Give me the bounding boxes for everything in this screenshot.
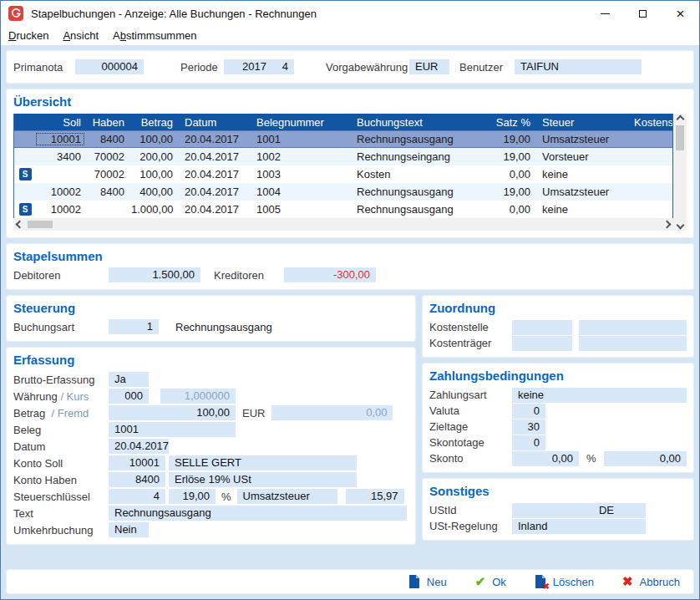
konto-haben-name-field[interactable]: Erlöse 19% USt <box>169 472 357 487</box>
text-field[interactable]: Rechnungsausgang <box>109 506 407 521</box>
konto-soll-field[interactable]: 10001 <box>109 455 165 470</box>
minimize-icon <box>601 13 610 14</box>
cell-beleg: 1003 <box>248 168 348 181</box>
column-header-beleg[interactable]: Belegnummer <box>248 116 348 129</box>
zieltage-field[interactable]: 30 <box>512 419 545 435</box>
horizontal-scrollbar[interactable] <box>13 218 673 231</box>
skonto-betrag-field[interactable]: 0,00 <box>604 451 687 466</box>
scroll-up-icon[interactable] <box>676 115 684 124</box>
uebersicht-title: Übersicht <box>13 95 687 109</box>
vorgabewaehrung-label: Vorgabewährung <box>326 61 409 74</box>
zuordnung-panel: Zuordnung Kostenstelle Kostenträger <box>422 295 694 358</box>
ust-regelung-field[interactable]: Inland <box>512 519 646 534</box>
debitoren-field[interactable]: 1.500,00 <box>109 267 200 282</box>
menu-item-abstimmsummen[interactable]: Abstimmsummen <box>113 29 196 42</box>
text-label: Text <box>13 507 109 520</box>
erfassung-title: Erfassung <box>13 353 408 367</box>
minimize-button[interactable] <box>586 1 624 26</box>
waehrung-field[interactable]: 000 <box>109 389 149 404</box>
zahlungsart-field[interactable]: keine <box>512 388 687 403</box>
cell-datum: 20.04.2017 <box>176 168 248 181</box>
benutzer-field[interactable]: TAIFUN <box>515 59 642 74</box>
cell-datum: 20.04.2017 <box>176 133 248 145</box>
abbruch-button[interactable]: ✖ Abbruch <box>622 574 680 589</box>
vertical-scrollbar[interactable] <box>673 114 687 231</box>
cell-beleg: 1005 <box>248 203 348 216</box>
ustid-field[interactable]: DE <box>512 503 646 518</box>
column-header-text[interactable]: Buchungstext <box>348 116 490 129</box>
skonto-prozent-label: % <box>586 452 596 465</box>
valuta-field[interactable]: 0 <box>512 404 545 419</box>
menu-item-drucken[interactable]: Drucken <box>8 29 48 42</box>
vertical-scroll-thumb[interactable] <box>676 125 684 150</box>
scroll-down-icon[interactable] <box>676 221 684 230</box>
ok-button[interactable]: ✔ Ok <box>475 574 506 589</box>
menu-item-ansicht[interactable]: Ansicht <box>63 29 99 42</box>
betrag-label: Betrag <box>13 407 45 419</box>
fremd-field[interactable]: 0,00 <box>271 405 393 420</box>
kreditoren-label: Kreditoren <box>214 269 284 282</box>
table-row[interactable]: 100028400400,0020.04.20171004Rechnungsau… <box>14 183 672 201</box>
cell-beleg: 1004 <box>248 186 348 198</box>
maximize-button[interactable] <box>624 1 662 26</box>
steuer-betrag-field[interactable]: 15,97 <box>346 489 404 504</box>
storno-icon: S <box>19 203 32 216</box>
skonto-prozent-field[interactable]: 0,00 <box>512 451 579 466</box>
umkehrbuchung-field[interactable]: Nein <box>109 522 149 537</box>
kostentraeger-name-field[interactable] <box>579 336 687 351</box>
kurs-field[interactable]: 1,000000 <box>160 389 236 404</box>
kostenstelle-name-field[interactable] <box>579 320 687 335</box>
column-header-kostenstelle[interactable]: Kostenstel <box>626 116 672 129</box>
datum-field[interactable]: 20.04.2017 <box>109 439 169 454</box>
kreditoren-field[interactable]: -300,00 <box>284 267 376 282</box>
betrag-field[interactable]: 100,00 <box>109 405 236 420</box>
cell-text: Rechnungseingang <box>348 150 490 163</box>
debitoren-label: Debitoren <box>13 269 109 282</box>
table-row[interactable]: 340070002200,0020.04.20171002Rechnungsei… <box>14 148 672 165</box>
scroll-right-icon[interactable] <box>663 221 672 229</box>
steuer-name-field[interactable]: Umsatzsteuer <box>237 489 337 504</box>
close-button[interactable]: × <box>662 1 699 26</box>
table-row[interactable]: S70002100,0020.04.20171003Kosten0,00kein… <box>14 165 672 183</box>
kostenstelle-field[interactable] <box>512 320 572 335</box>
steuerschluessel-field[interactable]: 4 <box>109 489 165 504</box>
column-header-soll[interactable]: Soll <box>36 116 84 129</box>
skonto-label: Skonto <box>429 452 512 465</box>
steuersatz-field[interactable]: 19,00 <box>169 489 216 504</box>
column-header-steuer[interactable]: Steuer <box>534 116 626 129</box>
primanota-field[interactable]: 000004 <box>75 59 144 74</box>
beleg-field[interactable]: 1001 <box>109 422 236 437</box>
periode-label: Periode <box>180 61 224 74</box>
konto-haben-field[interactable]: 8400 <box>109 472 165 487</box>
cell-soll: 3400 <box>36 150 84 163</box>
column-header-haben[interactable]: Haben <box>84 116 128 129</box>
cell-soll: 10002 <box>36 186 84 198</box>
skontotage-field[interactable]: 0 <box>512 435 545 450</box>
cell-steuer: Umsatzsteuer <box>534 186 626 198</box>
cell-satz: 19,00 <box>490 133 534 145</box>
column-header-betrag[interactable]: Betrag <box>128 116 176 129</box>
kostentraeger-field[interactable] <box>512 336 572 351</box>
table-row[interactable]: 100018400100,0020.04.20171001Rechnungsau… <box>14 130 672 148</box>
valuta-label: Valuta <box>429 404 512 417</box>
table-row[interactable]: S100021.000,0020.04.20171005Rechnungsaus… <box>14 201 672 218</box>
cell-haben: 8400 <box>84 186 128 198</box>
horizontal-scroll-thumb[interactable] <box>28 221 53 228</box>
periode-number-field[interactable]: 4 <box>272 59 294 74</box>
menu-bar: Drucken Ansicht Abstimmsummen <box>1 26 699 45</box>
vorgabewaehrung-field[interactable]: EUR <box>409 59 449 74</box>
loeschen-button[interactable]: ✖ Löschen <box>535 575 594 588</box>
column-header-satz[interactable]: Satz % <box>490 116 534 129</box>
cell-steuer: Vorsteuer <box>534 150 626 163</box>
neu-button[interactable]: Neu <box>408 575 447 588</box>
brutto-erfassung-field[interactable]: Ja <box>109 372 149 387</box>
cell-datum: 20.04.2017 <box>176 186 248 198</box>
konto-soll-name-field[interactable]: SELLE GERT <box>169 455 357 470</box>
column-header-datum[interactable]: Datum <box>176 116 248 129</box>
cell-satz: 19,00 <box>490 150 534 163</box>
title-bar: Stapelbuchungen - Anzeige: Alle Buchunge… <box>1 1 699 26</box>
periode-year-field[interactable]: 2017 <box>224 59 272 74</box>
scroll-left-icon[interactable] <box>16 221 24 229</box>
stapelsummen-title: Stapelsummen <box>13 250 687 263</box>
buchungsart-field[interactable]: 1 <box>109 319 159 334</box>
